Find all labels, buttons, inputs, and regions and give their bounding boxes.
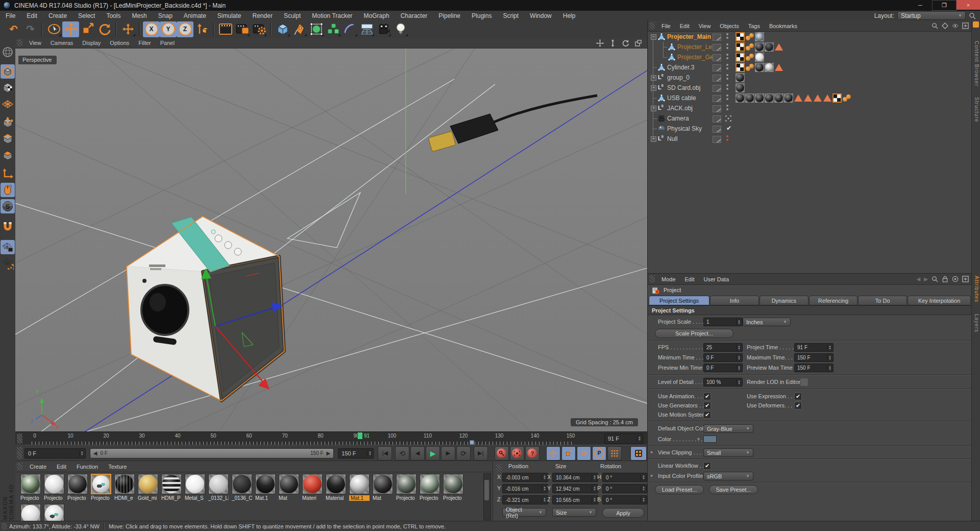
record-options-button[interactable]: ? <box>525 446 540 461</box>
enabled-check-icon[interactable]: ✔ <box>726 125 731 132</box>
position-x-field[interactable]: -0.003 cm▲▼ <box>502 473 548 482</box>
workplane-mode-button[interactable] <box>1 97 15 111</box>
goto-end-button[interactable]: ▶| <box>474 446 488 461</box>
view-clipping-dropdown[interactable]: Small▼ <box>703 448 753 457</box>
eye-icon[interactable] <box>952 22 959 29</box>
menu-motion-tracker[interactable]: Motion Tracker <box>306 11 358 20</box>
preview-min-field[interactable]: 0 F▲▼ <box>703 364 743 372</box>
add-subdivision-surface-button[interactable] <box>308 21 325 37</box>
fps-field[interactable]: 25▲▼ <box>703 343 743 352</box>
om-menu-bookmarks[interactable]: Bookmarks <box>765 22 802 30</box>
dock-tab-attributes[interactable]: Attributes <box>972 276 979 302</box>
object-row[interactable]: − Projecter_Main <box>648 32 972 42</box>
stepper-icon[interactable]: ▲▼ <box>79 450 84 456</box>
polygons-mode-button[interactable] <box>1 148 15 162</box>
solo-animation-button[interactable] <box>630 446 647 461</box>
panel-grip[interactable] <box>2 523 7 530</box>
viewport-zoom-icon[interactable] <box>609 39 617 47</box>
menu-window[interactable]: Window <box>524 11 557 20</box>
default-color-dropdown[interactable]: Gray-Blue▼ <box>703 424 753 433</box>
start-frame-field[interactable]: 0 F ▲▼ <box>24 448 86 458</box>
menu-tools[interactable]: Tools <box>101 11 126 20</box>
object-row[interactable]: Projecter_Lens <box>648 42 972 52</box>
workplane-orientation-button[interactable] <box>1 256 15 271</box>
viewport-toggle-icon[interactable] <box>634 39 642 47</box>
uvw-tag-icon[interactable] <box>736 53 745 62</box>
expand-icon[interactable]: + <box>651 75 656 81</box>
menu-select[interactable]: Select <box>72 11 101 20</box>
rotation-p-field[interactable]: 0 °▲▼ <box>602 484 647 493</box>
object-row[interactable]: Camera <box>648 113 972 124</box>
maximize-button[interactable]: ❐ <box>932 0 957 11</box>
enable-axis-button[interactable] <box>1 166 15 181</box>
expand-icon[interactable]: + <box>651 85 656 91</box>
attr-menu-edit[interactable]: Edit <box>680 275 699 283</box>
preview-max-field[interactable]: 150 F▲▼ <box>794 364 834 372</box>
material-tag-icon[interactable] <box>736 73 745 82</box>
range-left-arrow-icon[interactable]: ◀ <box>90 450 101 456</box>
material-menu-texture[interactable]: Texture <box>103 463 132 471</box>
material-item[interactable]: HDMI_e <box>114 474 135 501</box>
menu-mograph[interactable]: MoGraph <box>358 11 395 20</box>
previous-key-button[interactable]: ⟲ <box>395 446 409 461</box>
active-dock-tab-icon[interactable] <box>973 21 979 28</box>
material-item[interactable]: Projecto <box>396 474 416 501</box>
om-menu-edit[interactable]: Edit <box>675 22 694 30</box>
model-mode-button[interactable] <box>1 64 15 79</box>
viewport-3d-scene[interactable]: Y x z Perspective Grid Spacing : 25.4 cm <box>15 49 647 431</box>
display-tag-icon[interactable] <box>803 93 813 103</box>
add-panel-icon[interactable] <box>962 276 969 282</box>
layer-toggle[interactable] <box>713 95 721 102</box>
keyframe-scale-button[interactable] <box>561 446 576 461</box>
keyframe-rotation-button[interactable]: ⟳ <box>577 446 591 461</box>
minimum-time-field[interactable]: 0 F▲▼ <box>703 353 743 362</box>
add-cube-button[interactable] <box>274 21 291 37</box>
material-menu-create[interactable]: Create <box>24 463 52 471</box>
keyframe-selection-button[interactable] <box>607 446 622 461</box>
phong-tag-icon[interactable] <box>842 93 851 103</box>
om-menu-tags[interactable]: Tags <box>744 22 765 30</box>
dock-tab-layers[interactable]: Layers <box>972 314 979 332</box>
material-tag-icon[interactable] <box>755 42 764 52</box>
display-tag-icon[interactable] <box>823 93 832 103</box>
material-tag-icon[interactable] <box>755 63 764 72</box>
snap-magnet-button[interactable] <box>1 220 15 234</box>
viewport-rotate-icon[interactable] <box>622 39 629 47</box>
visibility-dots[interactable] <box>726 54 728 59</box>
search-icon[interactable] <box>969 12 976 19</box>
uvw-tag-icon[interactable] <box>736 32 745 41</box>
material-tag-icon[interactable] <box>765 93 774 103</box>
texture-mode-button[interactable] <box>1 81 15 95</box>
layer-toggle[interactable] <box>713 136 721 143</box>
end-frame-field[interactable]: 150 F ▲▼ <box>338 448 374 458</box>
move-tool[interactable] <box>62 21 79 37</box>
display-tag-icon[interactable] <box>774 42 783 52</box>
use-generators-checkbox[interactable]: ✔ <box>703 402 711 409</box>
close-button[interactable]: × <box>957 0 980 10</box>
material-item[interactable]: _0132_Li <box>208 474 229 501</box>
om-menu-file[interactable]: File <box>657 22 675 30</box>
section-header[interactable]: Project Settings <box>648 305 972 315</box>
material-item-selected[interactable]: Projecto <box>91 474 111 501</box>
layout-dropdown[interactable]: Startup▼ <box>897 11 966 20</box>
keyframe-position-button[interactable] <box>546 446 560 461</box>
visibility-dots[interactable] <box>726 105 728 110</box>
tab-info[interactable]: Info <box>710 296 759 305</box>
coordinate-system-button[interactable] <box>193 21 210 37</box>
current-frame-marker[interactable] <box>358 432 362 439</box>
material-menu-function[interactable]: Function <box>71 463 103 471</box>
add-environment-button[interactable] <box>358 21 375 37</box>
tab-dynamics[interactable]: Dynamics <box>760 296 808 305</box>
menu-script[interactable]: Script <box>497 11 524 20</box>
last-used-tool[interactable] <box>119 21 136 37</box>
material-item[interactable]: Projecto <box>44 474 64 501</box>
texture-tag-icon[interactable] <box>755 32 764 41</box>
track-target-icon[interactable] <box>952 276 959 282</box>
panel-grip[interactable] <box>17 447 22 460</box>
add-spline-button[interactable] <box>291 21 308 37</box>
material-item[interactable]: _0136_C <box>232 474 252 501</box>
panel-grip[interactable] <box>649 22 655 30</box>
panel-grip[interactable] <box>17 39 22 46</box>
size-y-field[interactable]: 12.942 cm▲▼ <box>552 484 598 493</box>
attr-menu-mode[interactable]: Mode <box>657 275 680 283</box>
